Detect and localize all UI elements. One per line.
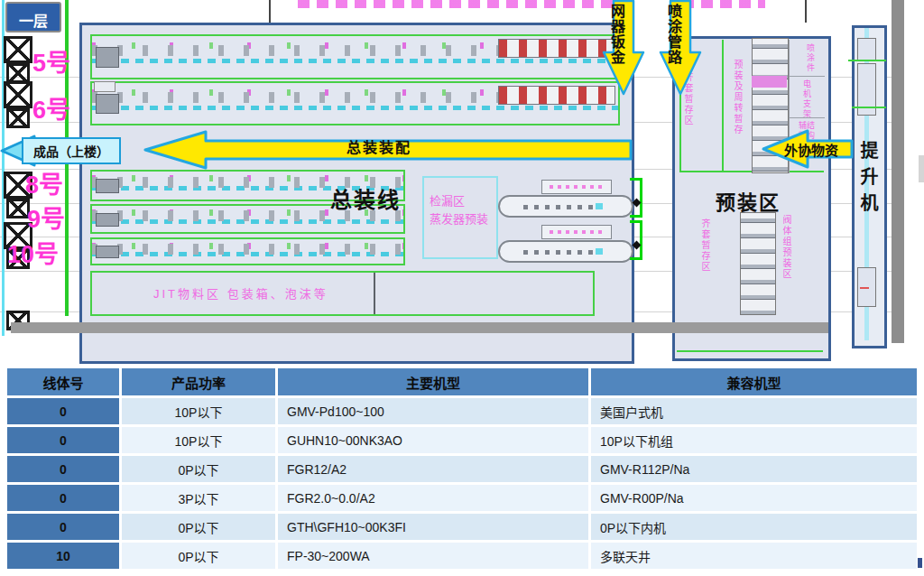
preassembly-label: 预装区 bbox=[716, 186, 781, 215]
cell-line-no: 0 bbox=[7, 456, 119, 482]
evaporator-label: 蒸发器预装 bbox=[430, 210, 496, 228]
col-header-power: 产品功率 bbox=[122, 368, 275, 395]
assembly-line-strip-6 bbox=[90, 81, 620, 125]
lift-cab-box bbox=[857, 38, 876, 61]
finished-goods-badge: 成品（上楼） bbox=[22, 137, 121, 164]
col-header-compat: 兼容机型 bbox=[591, 368, 917, 395]
floor-badge-label: 一层 bbox=[19, 13, 48, 31]
wall-line bbox=[269, 0, 271, 23]
elevator-icon bbox=[4, 81, 32, 128]
cell-power: 3P以下 bbox=[122, 485, 275, 511]
cell-power: 10P以下 bbox=[122, 427, 275, 453]
divider-line bbox=[789, 76, 825, 77]
turnover-area-label: 预装及周转暂存 bbox=[733, 60, 742, 135]
staging-area-label: 齐套暂存区 bbox=[700, 218, 709, 273]
lift-tick bbox=[848, 60, 886, 61]
storage-rack bbox=[740, 212, 776, 315]
cell-main-model: FGR2.0~0.0/A2 bbox=[278, 485, 588, 511]
clipped-title-fragment bbox=[298, 0, 636, 8]
small-equipment-box bbox=[94, 81, 116, 92]
cell-compat-model: 美国户式机 bbox=[591, 398, 917, 424]
corridor-bar bbox=[11, 322, 828, 333]
line-number-10: 10号 bbox=[7, 235, 59, 270]
cell-line-no: 0 bbox=[7, 427, 119, 453]
cell-line-no: 0 bbox=[7, 485, 119, 511]
line-model-table: 线体号 产品功率 主要机型 兼容机型 0 10P以下 GMV-Pd100~100… bbox=[7, 368, 917, 569]
elevator-icon bbox=[4, 36, 32, 83]
lift-label: 提升机 bbox=[855, 141, 882, 219]
buffer-rack-label bbox=[541, 180, 612, 194]
divider-line bbox=[374, 273, 375, 314]
leak-area-label: 检漏区 bbox=[430, 192, 496, 210]
factory-floor-plan: 一层 5号 6号 8号 9号 10号 总装线 检漏区 蒸发器预装 JIT物料区 … bbox=[0, 0, 924, 367]
col-header-line-no: 线体号 bbox=[7, 368, 119, 395]
cell-compat-model: 10P以下机组 bbox=[591, 427, 917, 453]
floor-badge: 一层 bbox=[5, 2, 61, 33]
cell-power: 0P以下 bbox=[122, 456, 275, 482]
line-number-8: 8号 bbox=[25, 165, 63, 200]
finished-goods-label: 成品（上楼） bbox=[33, 142, 109, 160]
right-wall-strip bbox=[892, 0, 904, 343]
line-number-9: 9号 bbox=[27, 200, 65, 235]
valve-group-label: 阀体组预装区 bbox=[781, 215, 790, 280]
assembly-line-strip-5 bbox=[90, 34, 620, 79]
sheetmetal-arrow-label: 网器钣金 bbox=[609, 4, 624, 65]
outsourced-arrow-label: 外协物资 bbox=[772, 140, 850, 159]
motor-bracket-label: 电机支架 bbox=[802, 79, 810, 119]
spray-parts-label: 喷涂件 bbox=[806, 43, 814, 73]
cell-line-no: 0 bbox=[7, 398, 119, 424]
zone-line bbox=[677, 350, 823, 352]
cell-line-no: 0 bbox=[7, 514, 119, 540]
cell-line-no: 10 bbox=[7, 543, 119, 569]
cell-main-model: GUHN10~00NK3AO bbox=[278, 427, 588, 453]
cell-main-model: FP-30~200WA bbox=[278, 543, 588, 569]
leak-test-area: 检漏区 蒸发器预装 bbox=[422, 176, 498, 259]
cell-power: 0P以下 bbox=[122, 514, 275, 540]
cell-main-model: GTH\GFH10~00K3FI bbox=[278, 514, 588, 540]
line-number-6: 6号 bbox=[32, 90, 70, 125]
jit-material-area: JIT物料区 包装箱、泡沫等 bbox=[90, 271, 595, 316]
red-marker bbox=[860, 287, 869, 289]
col-header-main: 主要机型 bbox=[278, 368, 588, 395]
jit-area-label: JIT物料区 包装箱、泡沫等 bbox=[153, 284, 328, 302]
cell-compat-model: 多联天井 bbox=[591, 543, 917, 569]
assembly-arrow-label: 总装装配 bbox=[271, 135, 487, 157]
cell-main-model: GMV-Pd100~100 bbox=[278, 398, 588, 424]
corner-fragment bbox=[918, 558, 922, 568]
oval-conveyor bbox=[498, 195, 633, 218]
assembly-line-strip-10 bbox=[90, 237, 405, 265]
assembly-line-label: 总装线 bbox=[330, 182, 401, 214]
cell-compat-model: 0P以下内机 bbox=[591, 514, 917, 540]
oval-conveyor bbox=[498, 240, 633, 263]
buffer-rack-label bbox=[541, 225, 612, 239]
edge-fragment bbox=[919, 155, 924, 182]
cell-power: 0P以下 bbox=[122, 543, 275, 569]
rack-highlight bbox=[752, 76, 787, 88]
spray-pipe-arrow-label: 喷涂管路 bbox=[666, 4, 680, 65]
cell-main-model: FGR12/A2 bbox=[278, 456, 588, 482]
cell-compat-model: GMV-R112P/Na bbox=[591, 456, 917, 482]
cell-power: 10P以下 bbox=[122, 398, 275, 424]
cell-compat-model: GMV-R00P/Na bbox=[591, 485, 917, 511]
zone-line bbox=[722, 40, 724, 172]
wall-line bbox=[805, 0, 807, 23]
line-number-5: 5号 bbox=[32, 43, 70, 79]
lift-tick bbox=[852, 107, 886, 108]
